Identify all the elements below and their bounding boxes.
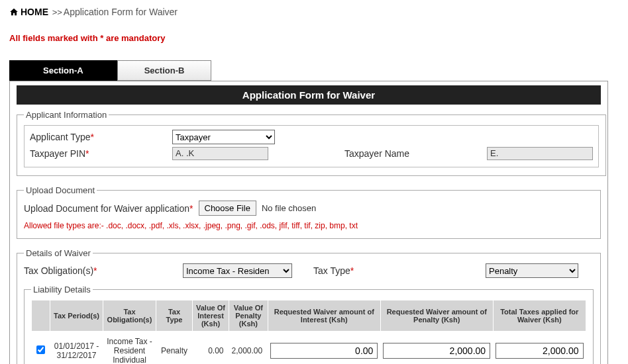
cell-period: 01/01/2017 - 31/12/2017 [50,332,103,365]
col-taxtype: Tax Type [156,300,193,332]
total-input[interactable] [496,343,583,359]
details-legend: Details of Waiver [24,248,93,258]
tax-obligation-label: Tax Obligation(s)* [24,265,183,276]
cell-obligation: Income Tax - Resident Individual [103,332,156,365]
col-checkbox [32,300,50,332]
details-of-waiver-fieldset: Details of Waiver Tax Obligation(s)* Inc… [17,248,601,364]
tab-section-a[interactable]: Section-A [9,60,117,81]
tabs: Section-A Section-B [9,60,608,81]
col-req-interest: Requested Waiver amount of Interest (Ksh… [268,300,380,332]
liability-legend: Liability Details [31,285,93,295]
cell-penalty: 2,000.00 [229,332,268,365]
col-period: Tax Period(s) [50,300,103,332]
applicant-type-select[interactable]: Taxpayer [172,130,275,144]
home-icon [9,7,19,17]
cell-taxtype: Penalty [156,332,193,365]
req-interest-input[interactable] [270,343,378,359]
applicant-legend: Applicant Information [24,110,109,120]
col-total: Total Taxes applied for Waiver (Ksh) [493,300,586,332]
tab-section-b[interactable]: Section-B [117,60,212,81]
applicant-information-fieldset: Applicant Information Applicant Type* Ta… [17,110,606,176]
table-row: 01/01/2017 - 31/12/2017 Income Tax - Res… [32,332,586,365]
form-title: Application Form for Waiver [17,85,601,105]
col-obligation: Tax Obligation(s) [103,300,156,332]
taxpayer-name-label: Taxpayer Name [311,148,487,159]
home-link[interactable]: HOME [21,7,48,17]
liability-details-fieldset: Liability Details Tax Period(s) Tax Obli… [24,285,594,364]
col-req-penalty: Requested Waiver amount of Penalty (Ksh) [380,300,493,332]
col-penalty: Value Of Penalty (Ksh) [229,300,268,332]
breadcrumb-current: Application Form for Waiver [64,7,178,17]
tax-type-label: Tax Type* [313,265,486,276]
allowed-file-types: Allowed file types are:- .doc, .docx, .p… [24,221,594,230]
upload-legend: Upload Document [24,185,97,195]
col-interest: Value Of Interest (Ksh) [193,300,229,332]
row-checkbox[interactable] [36,345,45,354]
breadcrumb: HOME >> Application Form for Waiver [9,7,608,17]
tax-obligation-select[interactable]: Income Tax - Residen [183,263,292,278]
breadcrumb-separator: >> [50,7,62,17]
applicant-type-label: Applicant Type* [30,132,172,142]
upload-document-fieldset: Upload Document Upload Document for Waiv… [17,185,601,239]
taxpayer-name-field: E. [487,147,593,160]
tax-type-select[interactable]: Penalty [486,263,578,278]
upload-label: Upload Document for Waiver application* [24,203,193,214]
choose-file-button[interactable]: Choose File [199,201,256,216]
req-penalty-input[interactable] [383,343,490,359]
file-status: No file chosen [262,203,316,213]
liability-table: Tax Period(s) Tax Obligation(s) Tax Type… [31,300,586,364]
mandatory-note: All fields marked with * are mandatory [9,33,608,43]
cell-interest: 0.00 [193,332,229,365]
taxpayer-pin-label: Taxpayer PIN* [30,148,172,159]
taxpayer-pin-field: A. .K [172,147,268,160]
